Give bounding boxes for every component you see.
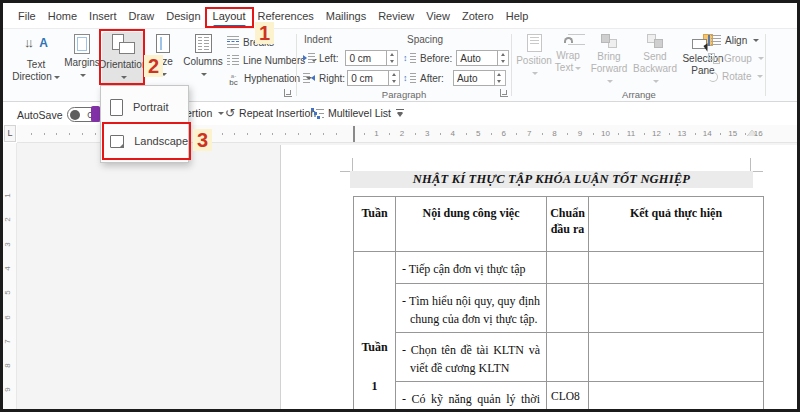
margins-button[interactable]: Margins <box>62 32 102 98</box>
tab-home[interactable]: Home <box>42 6 83 26</box>
addin-icon[interactable] <box>91 106 100 122</box>
spacing-after-label: After: <box>420 73 444 84</box>
outcome-cell[interactable] <box>547 252 589 284</box>
spacing-after-row: ↕ After: <box>403 70 506 86</box>
indent-left-icon <box>303 53 315 63</box>
indent-right-input[interactable] <box>347 70 389 86</box>
document-page[interactable]: NHẬT KÍ THỰC TẬP KHÓA LUẬN TỐT NGHIỆP Tu… <box>281 145 797 409</box>
tab-draw[interactable]: Draw <box>123 6 161 26</box>
indent-left-label: Left: <box>319 53 338 64</box>
margins-icon <box>74 34 90 54</box>
toolbar-overflow-button[interactable] <box>396 109 404 118</box>
ruler-number: 5 <box>3 290 12 294</box>
week-cell[interactable]: Tuần1 <box>354 252 396 410</box>
tab-zotero[interactable]: Zotero <box>456 6 500 26</box>
arrange-group-label: Arrange <box>515 89 763 100</box>
ruler-number: 1 <box>374 129 378 138</box>
indent-marker[interactable] <box>345 127 354 141</box>
result-cell[interactable] <box>589 284 764 333</box>
indent-right-stepper[interactable] <box>389 70 400 86</box>
outcome-cell[interactable] <box>547 333 589 382</box>
repeat-insertion-button[interactable]: ↺ Repeat Insertion <box>225 107 316 119</box>
work-content-cell[interactable]: - Tìm hiểu nội quy, quy định chung của đ… <box>396 284 547 333</box>
ruler-number: 8 <box>3 363 12 367</box>
menu-item-portrait[interactable]: Portrait <box>101 90 188 124</box>
ruler-number: 15 <box>728 129 737 138</box>
result-cell[interactable] <box>589 252 764 284</box>
annotation-number-1: 1 <box>255 22 274 44</box>
annotation-box-step2 <box>99 29 145 85</box>
annotation-box-step1 <box>205 7 254 28</box>
truncated-insertion-button[interactable]: ertion <box>186 107 224 119</box>
document-title[interactable]: NHẬT KÍ THỰC TẬP KHÓA LUẬN TỐT NGHIỆP <box>413 172 690 187</box>
tab-insert[interactable]: Insert <box>83 6 123 26</box>
hyphenation-label: Hyphenation <box>244 73 300 84</box>
ruler-number: 10 <box>601 129 610 138</box>
tab-mailings[interactable]: Mailings <box>320 6 372 26</box>
bring-forward-label: Bring Forward <box>588 51 630 87</box>
paragraph-dialog-launcher[interactable] <box>500 89 508 97</box>
tab-review[interactable]: Review <box>372 6 420 26</box>
spacing-before-label: Before: <box>420 53 452 64</box>
margin-crop-mark <box>750 158 751 171</box>
ruler-number: 9 <box>3 388 12 392</box>
ruler-number: 3 <box>425 129 429 138</box>
table-row: Tuần1- Tiếp cận đơn vị thực tập <box>354 252 764 284</box>
ruler-number: 8 <box>552 129 556 138</box>
spacing-before-input[interactable] <box>456 50 498 66</box>
margin-crop-mark <box>352 158 353 171</box>
page-setup-dialog-launcher[interactable] <box>284 89 292 97</box>
ruler-number: 11 <box>627 129 635 138</box>
table-header-cell: Kết quả thực hiện <box>589 197 764 252</box>
vertical-ruler[interactable]: 123456789 <box>3 143 17 409</box>
portrait-icon <box>110 99 123 116</box>
table-header-row: TuầnNội dung công việcChuẩn đầu raKết qu… <box>354 197 764 252</box>
tab-help[interactable]: Help <box>500 6 535 26</box>
app-window: FileHomeInsertDrawDesignLayoutReferences… <box>0 0 800 412</box>
rotate-icon <box>708 72 718 82</box>
spacing-before-stepper[interactable] <box>498 50 509 66</box>
result-cell[interactable] <box>589 333 764 382</box>
table-header-cell: Tuần <box>354 197 396 252</box>
ruler-number: 2 <box>3 218 12 222</box>
wrap-text-icon <box>560 34 577 47</box>
spacing-after-input[interactable] <box>453 70 495 86</box>
ruler-number: 16 <box>754 129 763 138</box>
table-row: - Chọn tên đề tài KLTN và viết đề cương … <box>354 333 764 382</box>
align-button[interactable]: Align <box>708 33 759 48</box>
breaks-icon <box>227 36 239 48</box>
tab-file[interactable]: File <box>12 6 42 26</box>
work-content-cell[interactable]: - Tiếp cận đơn vị thực tập <box>396 252 547 284</box>
ruler-number: 13 <box>677 129 686 138</box>
indent-left-stepper[interactable] <box>387 50 398 66</box>
spacing-after-stepper[interactable] <box>495 70 506 86</box>
portrait-label: Portrait <box>133 101 168 113</box>
result-cell[interactable] <box>589 382 764 410</box>
work-content-cell[interactable]: - Chọn tên đề tài KLTN và viết đề cương … <box>396 333 547 382</box>
repeat-icon: ↺ <box>225 107 235 119</box>
hyphenation-button[interactable]: a-bc Hyphenation <box>227 70 312 86</box>
week-number: 1 <box>372 379 378 394</box>
autosave-label: AutoSave <box>17 109 63 121</box>
table-row: - Tìm hiểu nội quy, quy định chung của đ… <box>354 284 764 333</box>
hyphenation-icon: a-bc <box>227 73 240 84</box>
tab-design[interactable]: Design <box>160 6 206 26</box>
ruler-number: 9 <box>578 129 582 138</box>
work-content-cell[interactable]: - Có kỹ năng quản lý thời gian <box>396 382 547 410</box>
indent-right-row: Right: <box>303 70 400 86</box>
text-direction-icon: ↓↓A <box>23 34 49 56</box>
indent-left-input[interactable] <box>345 50 387 66</box>
text-direction-button[interactable]: ↓↓A Text Direction <box>11 32 61 98</box>
tab-view[interactable]: View <box>420 6 456 26</box>
ruler-number: 5 <box>476 129 480 138</box>
outcome-cell[interactable] <box>547 284 589 333</box>
ruler-number: 6 <box>3 315 12 319</box>
paragraph-group-label: Paragraph <box>299 89 509 100</box>
spacing-heading: Spacing <box>407 34 443 45</box>
tab-stop-selector[interactable]: L <box>4 125 16 142</box>
position-label: Position <box>516 55 552 79</box>
outcome-cell[interactable]: CLO8 <box>547 382 589 410</box>
multilevel-list-button[interactable]: Multilevel List <box>311 107 403 119</box>
size-icon <box>156 34 170 53</box>
internship-diary-table[interactable]: TuầnNội dung công việcChuẩn đầu raKết qu… <box>353 196 764 409</box>
